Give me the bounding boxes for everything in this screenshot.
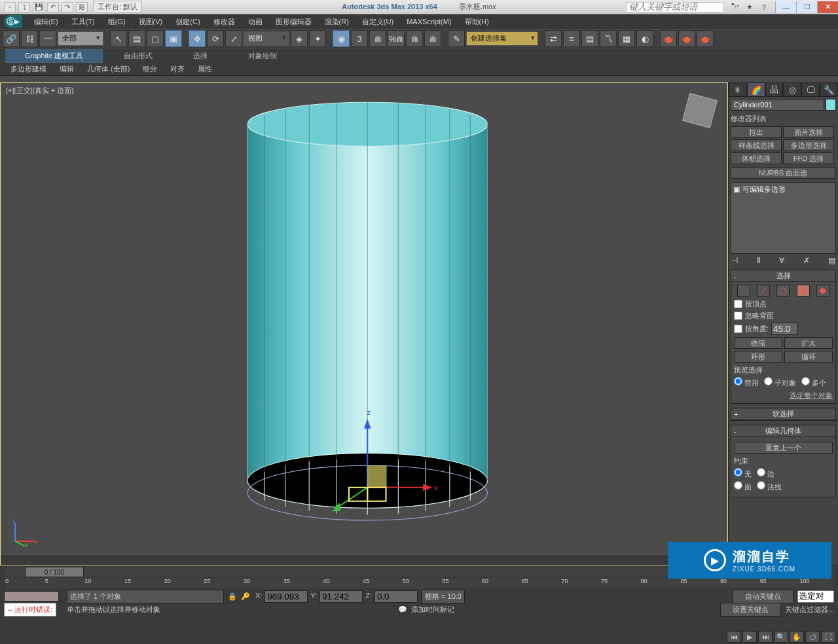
named-selection-dropdown[interactable]: 创建选择集 [466, 31, 538, 46]
motion-tab-icon[interactable]: ◎ [783, 82, 801, 97]
loop-button[interactable]: 循环 [784, 351, 833, 363]
rotate-icon[interactable]: ⟳ [207, 30, 224, 47]
ribbon-tab[interactable]: Graphite 建模工具 [5, 49, 103, 63]
qat-undo-icon[interactable]: ↶ [47, 2, 59, 12]
help-icon[interactable]: ? [758, 2, 770, 12]
snap-magnet-icon[interactable]: ⋒ [406, 30, 423, 47]
auto-key-button[interactable]: 自动关键点 [733, 590, 793, 603]
menu-item[interactable]: 编辑(E) [27, 16, 65, 27]
viewport-orbit-icon[interactable]: ⭯ [805, 631, 820, 643]
qat-new-icon[interactable]: ▫ [4, 2, 16, 12]
ribbon-subtab[interactable]: 细分 [137, 63, 162, 75]
workspace-selector[interactable]: 工作台: 默认 [93, 1, 142, 13]
key-filters-button[interactable]: 关键点过滤器... [785, 605, 834, 615]
bind-space-warp-icon[interactable]: 〰 [39, 30, 56, 47]
render-setup-icon[interactable]: 🫖 [660, 30, 677, 47]
track-key-box[interactable] [4, 591, 59, 601]
remove-mod-icon[interactable]: ✗ [803, 256, 810, 265]
ribbon-tab[interactable]: 自由形式 [104, 49, 172, 63]
binoculars-icon[interactable]: 🔭 [729, 2, 741, 12]
rect-region-icon[interactable]: ▢ [147, 30, 164, 47]
qat-redo-icon[interactable]: ↷ [62, 2, 73, 12]
object-name-field[interactable]: Cylinder001 [731, 99, 824, 111]
time-tag-link[interactable]: 添加时间标记 [411, 605, 454, 615]
expand-icon[interactable]: ▣ [733, 185, 740, 194]
ribbon-subtab[interactable]: 属性 [192, 63, 217, 75]
modifier-set-button[interactable]: FFD 选择 [783, 152, 834, 164]
ref-coord-dropdown[interactable]: 视图 [244, 31, 289, 46]
configure-sets-icon[interactable]: ▤ [828, 256, 835, 265]
shrink-button[interactable]: 收缩 [734, 337, 782, 349]
qat-save-icon[interactable]: 💾 [33, 2, 45, 12]
modifier-set-button[interactable]: 样条线选择 [731, 139, 782, 151]
nurbs-select-button[interactable]: NURBS 曲面选 [731, 167, 835, 179]
render-frame-icon[interactable]: 🫖 [678, 30, 695, 47]
nav-next-key-icon[interactable]: ⏭ [758, 631, 773, 643]
selection-rollout-header[interactable]: -选择 [731, 270, 835, 282]
hierarchy-tab-icon[interactable]: 品 [765, 82, 784, 97]
repeat-last-button[interactable]: 重复上一个 [734, 442, 833, 454]
window-minimize-button[interactable]: — [775, 1, 796, 13]
ribbon-subtab[interactable]: 编辑 [54, 63, 79, 75]
angle-snap-icon[interactable]: 3 [351, 30, 368, 47]
timeline-ruler[interactable]: 0510152025303540455055606570758085909510… [5, 578, 833, 588]
move-icon[interactable]: ✥ [189, 30, 206, 47]
scale-icon[interactable]: ⤢ [225, 30, 242, 47]
menu-item[interactable]: 组(G) [101, 16, 132, 27]
modifier-list-dropdown[interactable]: 修改器列表 [731, 114, 836, 124]
element-subobj-icon[interactable]: ⬢ [816, 285, 829, 296]
window-crossing-icon[interactable]: ▣ [165, 30, 182, 47]
pivot-icon[interactable]: ◈ [291, 30, 308, 47]
menu-item[interactable]: 动画 [242, 16, 269, 27]
selection-filter-dropdown[interactable]: 全部 [58, 31, 103, 46]
ignore-backfacing-checkbox[interactable] [734, 312, 742, 320]
viewport-pan-icon[interactable]: ✋ [790, 631, 804, 643]
nav-prev-key-icon[interactable]: ⏮ [727, 631, 741, 643]
vertex-subobj-icon[interactable]: ∴ [737, 285, 750, 296]
lock-icon[interactable]: 🔒 [228, 592, 237, 601]
modifier-set-button[interactable]: 拉出 [731, 126, 782, 138]
render-icon[interactable]: 🫖 [697, 30, 714, 47]
star-icon[interactable]: ★ [744, 2, 756, 12]
modifier-set-button[interactable]: 面片选择 [783, 126, 834, 138]
constraint-none-radio[interactable] [734, 468, 742, 476]
snap-toggle-icon[interactable]: ◉ [333, 30, 350, 47]
menu-item[interactable]: 帮助(H) [458, 16, 496, 27]
viewport-hscrollbar[interactable] [1, 556, 727, 565]
qat-link-icon[interactable]: ⛓ [76, 2, 88, 12]
align-icon[interactable]: ≡ [563, 30, 580, 47]
menu-item[interactable]: 图形编辑器 [269, 16, 318, 27]
ribbon-tab[interactable]: 选择 [173, 49, 227, 63]
pin-stack-icon[interactable]: ⊣ [731, 256, 738, 265]
ribbon-subtab[interactable]: 几何体 (全部) [82, 63, 135, 75]
create-tab-icon[interactable]: ✳ [729, 82, 747, 97]
angle-input[interactable] [771, 323, 797, 335]
ribbon-subtab[interactable]: 多边形建模 [5, 63, 52, 75]
unlink-icon[interactable]: ⛓ [21, 30, 38, 47]
edge-subobj-icon[interactable]: ／ [757, 285, 770, 296]
modifier-stack[interactable]: ▣可编辑多边形 [731, 182, 836, 254]
ribbon-tab[interactable]: 对象绘制 [228, 49, 297, 63]
menu-item[interactable]: 渲染(R) [318, 16, 355, 27]
link-icon[interactable]: 🔗 [3, 30, 20, 47]
preview-multi-radio[interactable] [801, 377, 810, 385]
constraint-face-radio[interactable] [734, 481, 742, 490]
layers-icon[interactable]: ▤ [581, 30, 598, 47]
display-tab-icon[interactable]: 🖵 [801, 82, 820, 97]
constraint-normal-radio[interactable] [757, 481, 765, 490]
menu-item[interactable]: 修改器 [207, 16, 242, 27]
app-menu-button[interactable]: Ⓢ▸ [4, 15, 22, 28]
viewport[interactable]: z x z x y [1, 83, 727, 556]
menu-item[interactable]: 工具(T) [65, 16, 101, 27]
select-whole-object-link[interactable]: 选定整个对象 [734, 391, 833, 401]
time-slider[interactable]: 0 / 100 [25, 567, 84, 577]
spin-snap-icon[interactable]: %⋒ [388, 30, 405, 47]
ribbon-subtab[interactable]: 对齐 [165, 63, 190, 75]
show-end-result-icon[interactable]: Ⅱ [757, 256, 761, 265]
preview-off-radio[interactable] [734, 377, 742, 385]
snap-options-icon[interactable]: ⋒ [424, 30, 441, 47]
menu-item[interactable]: 创建(C) [169, 16, 206, 27]
menu-item[interactable]: 视图(V) [132, 16, 170, 27]
make-unique-icon[interactable]: ∀ [779, 256, 784, 265]
constraint-edge-radio[interactable] [757, 468, 765, 476]
